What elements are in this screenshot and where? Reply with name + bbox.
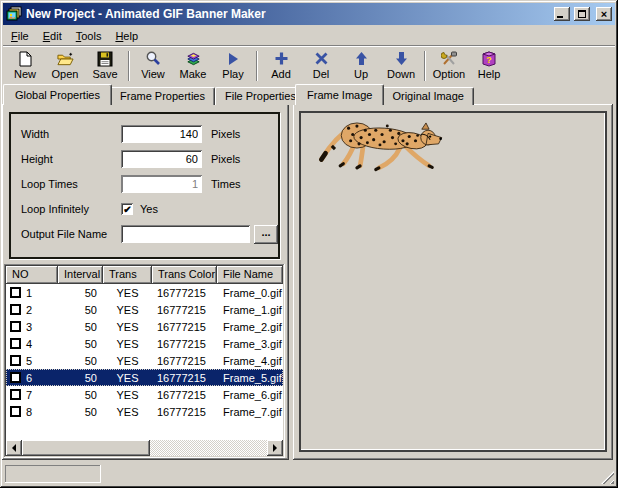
menubar: File Edit Tools Help bbox=[3, 26, 615, 45]
frame-table: NO Interval Trans Trans Color File Name … bbox=[4, 264, 285, 458]
loop-times-label: Loop Times bbox=[21, 178, 121, 190]
make-button[interactable]: Make bbox=[173, 49, 213, 83]
row-checkbox[interactable] bbox=[10, 389, 21, 400]
column-header-file-name[interactable]: File Name bbox=[217, 266, 283, 284]
help-book-icon: ? bbox=[481, 51, 498, 67]
check-icon: ✔ bbox=[123, 204, 131, 215]
width-unit: Pixels bbox=[211, 128, 240, 140]
titlebar[interactable]: New Project - Animated GIF Banner Maker … bbox=[3, 3, 615, 25]
left-tabstrip: Global Properties Frame Properties File … bbox=[3, 84, 306, 105]
height-input[interactable] bbox=[121, 150, 203, 169]
option-button[interactable]: Option bbox=[429, 49, 469, 83]
frame-image-panel bbox=[299, 111, 607, 452]
row-checkbox[interactable] bbox=[10, 372, 21, 383]
close-icon: × bbox=[601, 9, 607, 19]
width-input[interactable] bbox=[121, 125, 203, 144]
window-title: New Project - Animated GIF Banner Maker bbox=[26, 7, 550, 21]
tab-global-properties[interactable]: Global Properties bbox=[3, 84, 112, 105]
help-button[interactable]: ? Help bbox=[469, 49, 509, 83]
table-row[interactable]: 5 50 YES 16777215 Frame_4.gif bbox=[6, 352, 283, 369]
new-button[interactable]: New bbox=[5, 49, 45, 83]
column-header-trans[interactable]: Trans bbox=[103, 266, 152, 284]
tools-icon bbox=[441, 51, 458, 67]
output-file-label: Output File Name bbox=[21, 228, 121, 240]
browse-button[interactable]: ... bbox=[254, 225, 278, 244]
output-file-input[interactable] bbox=[121, 225, 251, 244]
tab-original-image[interactable]: Original Image bbox=[382, 87, 474, 105]
maximize-button[interactable] bbox=[574, 7, 590, 21]
table-row[interactable]: 8 50 YES 16777215 Frame_7.gif bbox=[6, 403, 283, 420]
minimize-button[interactable] bbox=[554, 7, 570, 21]
running-cheetah-image bbox=[313, 117, 449, 177]
loop-infinitely-label: Loop Infinitely bbox=[21, 203, 121, 215]
del-button[interactable]: Del bbox=[301, 49, 341, 83]
table-row[interactable]: 2 50 YES 16777215 Frame_1.gif bbox=[6, 301, 283, 318]
loop-times-input bbox=[121, 175, 203, 194]
toolbar: New Open Save View Make bbox=[3, 45, 615, 83]
minimize-icon bbox=[557, 16, 563, 18]
table-row[interactable]: 7 50 YES 16777215 Frame_6.gif bbox=[6, 386, 283, 403]
loop-infinitely-checkbox-label: Yes bbox=[140, 203, 158, 215]
column-header-no[interactable]: NO bbox=[6, 266, 58, 284]
app-icon bbox=[6, 6, 22, 22]
open-button[interactable]: Open bbox=[45, 49, 85, 83]
tab-frame-image[interactable]: Frame Image bbox=[295, 84, 384, 105]
play-icon bbox=[225, 51, 242, 67]
width-label: Width bbox=[21, 128, 121, 140]
menu-tools[interactable]: Tools bbox=[69, 28, 109, 44]
table-row[interactable]: 6 50 YES 16777215 Frame_5.gif bbox=[6, 369, 283, 386]
toolbar-separator bbox=[424, 51, 426, 81]
scroll-left-icon bbox=[8, 444, 16, 452]
down-button[interactable]: Down bbox=[381, 49, 421, 83]
status-message bbox=[5, 465, 101, 483]
table-row[interactable]: 4 50 YES 16777215 Frame_3.gif bbox=[6, 335, 283, 352]
menu-file[interactable]: File bbox=[4, 28, 36, 44]
frame-table-header: NO Interval Trans Trans Color File Name bbox=[6, 266, 283, 284]
up-arrow-icon bbox=[353, 51, 370, 67]
open-folder-icon bbox=[57, 51, 74, 67]
row-checkbox[interactable] bbox=[10, 321, 21, 332]
statusbar bbox=[3, 461, 615, 485]
row-checkbox[interactable] bbox=[10, 355, 21, 366]
frame-table-body: 1 50 YES 16777215 Frame_0.gif 2 50 YES 1… bbox=[6, 284, 283, 440]
horizontal-scrollbar[interactable] bbox=[6, 440, 283, 456]
scrollbar-track[interactable] bbox=[150, 440, 267, 456]
menu-edit[interactable]: Edit bbox=[36, 28, 69, 44]
tab-file-properties[interactable]: File Properties bbox=[215, 87, 306, 105]
maximize-icon bbox=[578, 10, 586, 18]
global-properties-page: Width Pixels Height Pixels Loop Times Ti… bbox=[2, 104, 289, 460]
toolbar-separator bbox=[256, 51, 258, 81]
save-button[interactable]: Save bbox=[85, 49, 125, 83]
scrollbar-thumb[interactable] bbox=[22, 440, 150, 456]
global-properties-groupbox: Width Pixels Height Pixels Loop Times Ti… bbox=[9, 112, 280, 259]
frame-image-page bbox=[293, 104, 613, 460]
table-row[interactable]: 1 50 YES 16777215 Frame_0.gif bbox=[6, 284, 283, 301]
plus-icon bbox=[273, 51, 290, 67]
menu-help[interactable]: Help bbox=[108, 28, 145, 44]
height-unit: Pixels bbox=[211, 153, 240, 165]
right-tabstrip: Frame Image Original Image bbox=[295, 84, 474, 105]
column-header-trans-color[interactable]: Trans Color bbox=[152, 266, 217, 284]
row-checkbox[interactable] bbox=[10, 304, 21, 315]
svg-text:?: ? bbox=[486, 55, 492, 65]
close-button[interactable]: × bbox=[596, 7, 612, 21]
table-row[interactable]: 3 50 YES 16777215 Frame_2.gif bbox=[6, 318, 283, 335]
loop-infinitely-checkbox[interactable]: ✔ bbox=[121, 203, 134, 216]
layers-icon bbox=[185, 51, 202, 67]
toolbar-separator bbox=[128, 51, 130, 81]
column-header-interval[interactable]: Interval bbox=[58, 266, 103, 284]
play-button[interactable]: Play bbox=[213, 49, 253, 83]
row-checkbox[interactable] bbox=[10, 406, 21, 417]
tab-frame-properties[interactable]: Frame Properties bbox=[110, 87, 215, 105]
up-button[interactable]: Up bbox=[341, 49, 381, 83]
resize-grip-icon[interactable] bbox=[601, 471, 614, 484]
add-button[interactable]: Add bbox=[261, 49, 301, 83]
new-document-icon bbox=[17, 51, 34, 67]
row-checkbox[interactable] bbox=[10, 338, 21, 349]
scroll-left-button[interactable] bbox=[6, 440, 22, 456]
down-arrow-icon bbox=[393, 51, 410, 67]
row-checkbox[interactable] bbox=[10, 287, 21, 298]
view-button[interactable]: View bbox=[133, 49, 173, 83]
scroll-right-button[interactable] bbox=[267, 440, 283, 456]
app-window: New Project - Animated GIF Banner Maker … bbox=[0, 0, 618, 488]
